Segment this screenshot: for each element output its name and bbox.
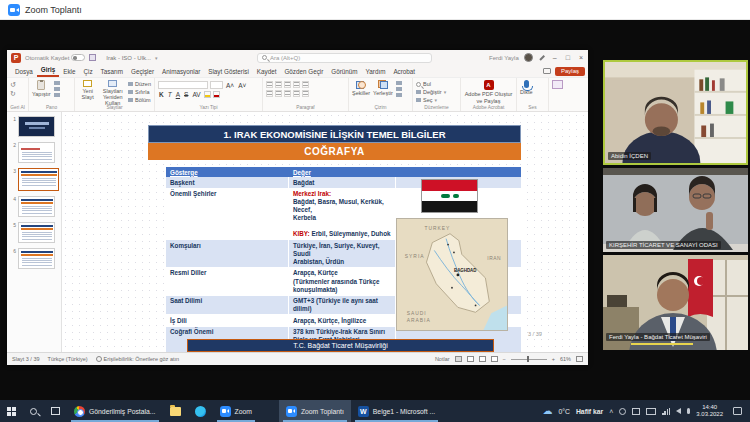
display-icon[interactable] bbox=[632, 408, 640, 415]
justify-icon[interactable] bbox=[293, 90, 300, 97]
search-input[interactable]: Ara (Alt+Q) bbox=[257, 53, 432, 63]
close-button[interactable]: × bbox=[577, 54, 585, 61]
battery-icon[interactable] bbox=[646, 408, 656, 415]
slide-thumbnail-4[interactable]: 4 bbox=[9, 196, 59, 217]
ribbon-tab-acrobat[interactable]: Acrobat bbox=[389, 66, 419, 77]
arrange-button[interactable]: Yerleştir bbox=[373, 80, 393, 96]
status-accessibility[interactable]: Erişilebilirlik: Önerilere göz atın bbox=[104, 356, 180, 362]
fit-to-window-icon[interactable] bbox=[576, 356, 583, 362]
new-slide-button[interactable]: Yeni Slayt bbox=[78, 80, 97, 100]
reuse-slides-button[interactable]: Slaytları Yeniden Kullan bbox=[100, 80, 125, 106]
redo-icon[interactable]: ↻ bbox=[10, 90, 16, 97]
strikethrough-button[interactable]: S bbox=[183, 91, 189, 98]
reading-view-icon[interactable] bbox=[479, 356, 486, 362]
ribbon-tab-slayt-gösterisi[interactable]: Slayt Gösterisi bbox=[204, 66, 253, 77]
align-center-icon[interactable] bbox=[275, 90, 282, 97]
select-button[interactable]: Seç bbox=[423, 97, 432, 103]
slide-thumbnail-2[interactable]: 2 bbox=[9, 142, 59, 163]
taskbar-explorer-button[interactable] bbox=[163, 400, 188, 422]
dictate-button[interactable]: Dikte bbox=[520, 80, 533, 95]
taskbar-zoom-button[interactable]: Zoom bbox=[213, 400, 259, 422]
video-tile-2[interactable]: KIRŞEHİR TİCARET VE SANAYİ ODASI bbox=[603, 168, 748, 252]
zoom-in-button[interactable]: + bbox=[552, 356, 555, 362]
notes-button[interactable]: Notlar bbox=[435, 356, 450, 362]
shapes-button[interactable]: Şekiller bbox=[352, 80, 370, 96]
columns-icon[interactable] bbox=[302, 90, 309, 97]
find-button[interactable]: Bul bbox=[423, 81, 431, 87]
paste-button[interactable]: Yapıştır bbox=[32, 80, 51, 97]
minimize-button[interactable]: – bbox=[551, 54, 559, 61]
weather-temperature[interactable]: 0°C bbox=[559, 408, 570, 415]
network-icon[interactable] bbox=[662, 408, 670, 415]
ribbon-tab-geçişler[interactable]: Geçişler bbox=[127, 66, 158, 77]
volume-icon[interactable] bbox=[676, 408, 681, 414]
slide-thumbnail-5[interactable]: 5 bbox=[9, 222, 59, 243]
user-account-icon[interactable] bbox=[619, 408, 626, 415]
ribbon-tab-yardım[interactable]: Yardım bbox=[362, 66, 390, 77]
ribbon-tab-giriş[interactable]: Giriş bbox=[37, 64, 59, 77]
numbering-icon[interactable] bbox=[275, 81, 282, 88]
start-button[interactable] bbox=[0, 400, 23, 422]
ribbon-tab-animasyonlar[interactable]: Animasyonlar bbox=[158, 66, 204, 77]
taskbar-edge-button[interactable] bbox=[188, 400, 213, 422]
video-tile-1[interactable]: Abidin İÇDEN bbox=[603, 60, 748, 165]
ribbon-tab-ekle[interactable]: Ekle bbox=[59, 66, 79, 77]
layout-button[interactable]: Düzen bbox=[135, 81, 151, 87]
weather-description[interactable]: Hafif kar bbox=[576, 408, 603, 415]
taskbar-zoom-meeting-button[interactable]: Zoom Toplantı bbox=[279, 400, 351, 422]
autosave-toggle[interactable] bbox=[71, 54, 85, 61]
autosave-control[interactable]: Otomatik Kaydet bbox=[25, 54, 85, 61]
hidden-icons-chevron[interactable]: ˄ bbox=[609, 408, 613, 415]
quick-styles-icon[interactable] bbox=[396, 81, 402, 85]
slide-editor[interactable]: 1. IRAK EKONOMİSİNE İLİŞKİN TEMEL BİLGİL… bbox=[62, 112, 588, 352]
shrink-font-icon[interactable]: A˅ bbox=[237, 82, 247, 89]
normal-view-icon[interactable] bbox=[455, 356, 462, 362]
pen-icon[interactable] bbox=[538, 54, 546, 62]
undo-icon[interactable]: ↺ bbox=[10, 81, 16, 88]
ribbon-tab-tasarım[interactable]: Tasarım bbox=[97, 66, 127, 77]
indent-increase-icon[interactable] bbox=[293, 81, 300, 88]
taskbar-search-button[interactable] bbox=[23, 400, 44, 422]
action-center-icon[interactable] bbox=[733, 407, 742, 415]
share-button[interactable]: Paylaş bbox=[555, 67, 585, 76]
slide-thumbnail-3[interactable]: 3 bbox=[9, 168, 59, 191]
reset-button[interactable]: Sıfırla bbox=[135, 89, 149, 95]
slideshow-icon[interactable] bbox=[491, 356, 498, 362]
highlight-color-button[interactable] bbox=[204, 91, 211, 98]
bold-button[interactable]: K bbox=[158, 91, 165, 98]
chevron-down-icon[interactable]: ▾ bbox=[155, 55, 158, 61]
adobe-pdf-button[interactable]: A Adobe PDF Oluştur ve Paylaş bbox=[464, 80, 513, 104]
format-painter-icon[interactable] bbox=[54, 93, 60, 97]
character-spacing-icon[interactable]: AV bbox=[191, 91, 201, 98]
copy-icon[interactable] bbox=[54, 87, 60, 91]
slide-thumbnail-6[interactable]: 6 bbox=[9, 248, 59, 269]
zoom-out-button[interactable]: − bbox=[503, 356, 506, 362]
align-left-icon[interactable] bbox=[266, 90, 273, 97]
slide-sorter-icon[interactable] bbox=[467, 356, 474, 362]
font-name-select[interactable] bbox=[158, 81, 208, 89]
restore-button[interactable]: □ bbox=[564, 54, 572, 61]
ribbon-tab-gözden-geçir[interactable]: Gözden Geçir bbox=[280, 66, 327, 77]
indent-decrease-icon[interactable] bbox=[284, 81, 291, 88]
cut-icon[interactable] bbox=[54, 81, 60, 85]
ribbon-tab-çiz[interactable]: Çiz bbox=[79, 66, 96, 77]
taskbar-clock[interactable]: 14:40 3.03.2022 bbox=[696, 404, 723, 418]
zoom-slider-thumb[interactable] bbox=[527, 356, 530, 362]
avatar[interactable] bbox=[524, 53, 533, 62]
font-size-select[interactable] bbox=[210, 81, 223, 89]
taskbar-word-button[interactable]: W Belge1 - Microsoft ... bbox=[351, 400, 442, 422]
bullets-icon[interactable] bbox=[266, 81, 273, 88]
grow-font-icon[interactable]: A˄ bbox=[225, 82, 235, 89]
microphone-icon[interactable] bbox=[687, 408, 690, 414]
ribbon-tab-dosya[interactable]: Dosya bbox=[11, 66, 37, 77]
ribbon-tab-kaydet[interactable]: Kaydet bbox=[253, 66, 281, 77]
video-tile-3[interactable]: Ferdi Yayla - Bağdat Ticaret Müşaviri bbox=[603, 255, 748, 350]
ribbon-tab-görünüm[interactable]: Görünüm bbox=[327, 66, 361, 77]
font-color-button[interactable] bbox=[213, 91, 220, 98]
designer-button[interactable] bbox=[552, 80, 563, 89]
taskbar-chrome-button[interactable]: Gönderilmiş Postala... bbox=[67, 400, 163, 422]
shape-fill-icon[interactable] bbox=[396, 87, 402, 91]
comments-icon[interactable] bbox=[543, 68, 551, 74]
zoom-slider[interactable] bbox=[511, 359, 547, 360]
replace-button[interactable]: Değiştir bbox=[423, 89, 442, 95]
